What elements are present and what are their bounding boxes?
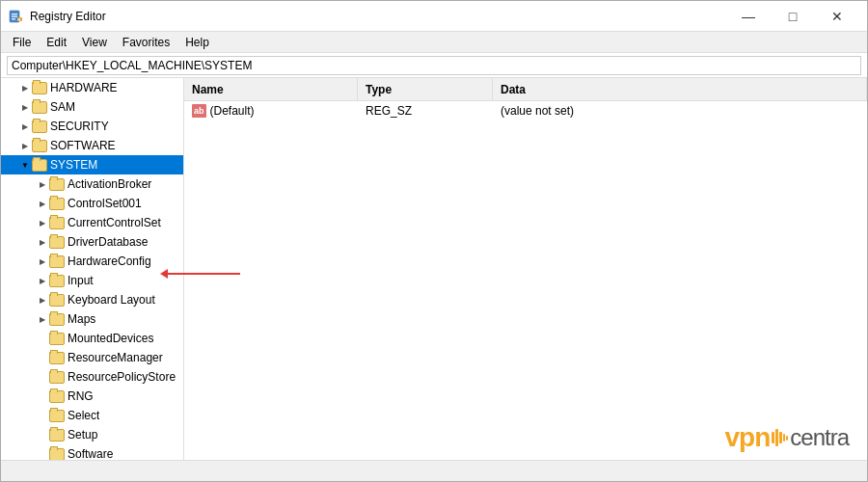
- tree-item-currentcontrolset[interactable]: ▶ CurrentControlSet: [1, 213, 183, 232]
- folder-icon: [49, 216, 65, 229]
- tree-arrow: ▶: [36, 293, 49, 307]
- window-controls: — □ ✕: [726, 1, 859, 32]
- value-name: (Default): [210, 104, 255, 118]
- tree-label: RNG: [68, 389, 94, 403]
- tree-label: ActivationBroker: [68, 177, 151, 191]
- tree-label: ResourceManager: [68, 351, 163, 364]
- tree-arrow: ▶: [36, 177, 49, 191]
- tree-item-select[interactable]: Select: [1, 406, 183, 425]
- folder-icon: [49, 389, 65, 403]
- tree-item-hardwareconfig[interactable]: ▶ HardwareConfig: [1, 252, 183, 271]
- main-content: ▶ HARDWARE ▶ SAM ▶ SECURITY ▶ SOFTWARE: [1, 78, 867, 460]
- folder-icon: [32, 120, 47, 133]
- tree-item-resourcemanager[interactable]: ResourceManager: [1, 348, 183, 367]
- registry-editor-window: R Registry Editor — □ ✕ File Edit View F…: [0, 0, 868, 482]
- tree-label: Keyboard Layout: [68, 293, 155, 307]
- folder-icon: [49, 293, 65, 307]
- tree-label: SOFTWARE: [50, 139, 116, 152]
- tree-item-input[interactable]: ▶ Input: [1, 271, 183, 290]
- tree-item-activationbroker[interactable]: ▶ ActivationBroker: [1, 174, 183, 194]
- tree-item-resourcepolicystore[interactable]: ResourcePolicyStore: [1, 367, 183, 387]
- tree-label: ResourcePolicyStore: [68, 370, 176, 384]
- tree-arrow: ▶: [36, 235, 49, 249]
- column-name[interactable]: Name: [184, 78, 358, 100]
- tree-label: HardwareConfig: [68, 254, 151, 268]
- tree-arrow: ▶: [36, 216, 49, 229]
- svg-text:R: R: [18, 17, 21, 22]
- tree-item-hardware[interactable]: ▶ HARDWARE: [1, 78, 183, 97]
- svg-rect-3: [12, 18, 15, 20]
- cell-name: ab (Default): [184, 104, 358, 118]
- folder-icon: [49, 351, 65, 364]
- folder-icon: [49, 409, 65, 422]
- address-bar: [1, 53, 867, 78]
- bar5: [786, 436, 788, 441]
- tree-label: Software: [68, 447, 113, 460]
- menu-edit[interactable]: Edit: [39, 34, 74, 51]
- minimize-button[interactable]: —: [726, 1, 771, 32]
- tree-item-controlset001[interactable]: ▶ ControlSet001: [1, 194, 183, 213]
- table-row[interactable]: ab (Default) REG_SZ (value not set): [184, 101, 867, 120]
- tree-item-mounteddevices[interactable]: MountedDevices: [1, 329, 183, 348]
- tree-label: ControlSet001: [68, 197, 142, 210]
- tree-item-keyboardlayout[interactable]: ▶ Keyboard Layout: [1, 290, 183, 309]
- tree-item-security[interactable]: ▶ SECURITY: [1, 117, 183, 136]
- menu-bar: File Edit View Favorites Help: [1, 32, 867, 53]
- cell-data: (value not set): [493, 104, 867, 118]
- bar3: [779, 432, 782, 443]
- tree-arrow: ▶: [36, 312, 49, 326]
- tree-item-maps[interactable]: ▶ Maps: [1, 309, 183, 329]
- bar4: [783, 434, 785, 442]
- folder-icon: [32, 139, 47, 152]
- tree-item-software-root[interactable]: ▶ SOFTWARE: [1, 136, 183, 155]
- menu-help[interactable]: Help: [177, 34, 217, 51]
- centra-text: centra: [790, 424, 849, 451]
- tree-item-sam[interactable]: ▶ SAM: [1, 97, 183, 117]
- tree-label: Maps: [68, 312, 95, 326]
- bar1: [772, 432, 774, 443]
- registry-tree: ▶ HARDWARE ▶ SAM ▶ SECURITY ▶ SOFTWARE: [1, 78, 184, 460]
- cell-type: REG_SZ: [358, 104, 493, 118]
- tree-item-system[interactable]: ▼ SYSTEM: [1, 155, 183, 174]
- folder-icon: [49, 447, 65, 460]
- tree-item-driverdatabase[interactable]: ▶ DriverDatabase: [1, 232, 183, 252]
- bar2: [775, 429, 778, 446]
- window-title: Registry Editor: [30, 10, 726, 23]
- folder-icon: [49, 197, 65, 210]
- folder-icon: [49, 428, 65, 442]
- detail-header: Name Type Data: [184, 78, 867, 101]
- app-icon: R: [9, 9, 24, 24]
- folder-icon: [32, 81, 47, 94]
- menu-view[interactable]: View: [74, 34, 115, 51]
- tree-item-rng[interactable]: RNG: [1, 387, 183, 406]
- tree-arrow-expanded: ▼: [18, 158, 32, 172]
- column-data[interactable]: Data: [493, 78, 867, 100]
- tree-item-setup[interactable]: Setup: [1, 425, 183, 444]
- tree-item-software[interactable]: Software: [1, 444, 183, 460]
- tree-arrow: [36, 409, 49, 422]
- folder-icon: [49, 332, 65, 345]
- registry-value-icon: ab: [192, 104, 206, 118]
- tree-arrow: ▶: [18, 81, 32, 94]
- detail-panel: Name Type Data ab (Default) REG_SZ (valu…: [184, 78, 867, 460]
- tree-label: DriverDatabase: [68, 235, 148, 249]
- folder-icon: [49, 254, 65, 268]
- svg-rect-2: [12, 15, 17, 17]
- tree-arrow: ▶: [18, 120, 32, 133]
- vpn-bars-icon: [772, 429, 788, 446]
- column-type[interactable]: Type: [358, 78, 493, 100]
- tree-arrow: [36, 428, 49, 442]
- vpn-text: vpn: [725, 422, 771, 453]
- maximize-button[interactable]: □: [771, 1, 815, 32]
- tree-label: SAM: [50, 100, 75, 114]
- svg-rect-1: [12, 13, 17, 15]
- tree-label: Select: [68, 409, 99, 422]
- status-bar: [1, 460, 867, 481]
- tree-arrow: [36, 351, 49, 364]
- address-input[interactable]: [7, 56, 861, 75]
- folder-icon: [49, 235, 65, 249]
- close-button[interactable]: ✕: [815, 1, 859, 32]
- menu-file[interactable]: File: [5, 34, 39, 51]
- menu-favorites[interactable]: Favorites: [115, 34, 177, 51]
- tree-arrow: [36, 447, 49, 460]
